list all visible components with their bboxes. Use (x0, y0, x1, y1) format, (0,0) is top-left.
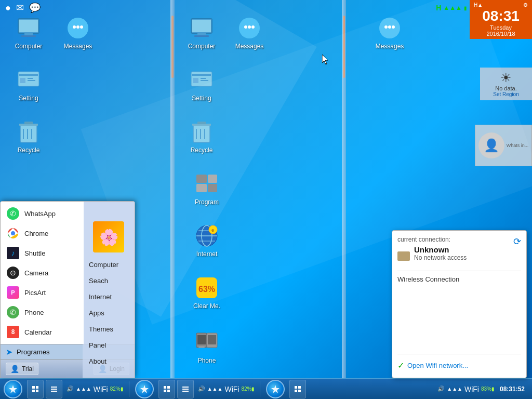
svg-rect-28 (192, 74, 211, 76)
svg-text:63%: 63% (198, 285, 215, 294)
picsart-label: PicsArt (24, 289, 46, 297)
svg-point-25 (248, 25, 251, 29)
tray-volume-2[interactable]: 🔊 (198, 385, 205, 392)
taskbar-item-1b[interactable] (46, 380, 62, 398)
svg-rect-64 (32, 386, 35, 389)
screen-divider-1 (170, 0, 175, 379)
start-menu-whatsapp[interactable]: ✆ WhatsApp (1, 204, 84, 223)
svg-point-58 (388, 25, 391, 29)
recycle-icon-s1[interactable]: Recycle (8, 119, 49, 154)
messages-img-s3 (377, 16, 402, 41)
computer-img-s2 (189, 16, 214, 41)
internet-icon-s2[interactable]: e Internet (186, 223, 228, 258)
start-button-3[interactable] (262, 379, 288, 400)
internet-img-s2: e (194, 223, 219, 248)
messages-label-s1: Messages (64, 43, 92, 50)
setting-label-s1: Setting (19, 95, 38, 102)
svg-rect-52 (197, 335, 206, 344)
whatsapp-top-icon: ● (5, 3, 11, 14)
trial-user-btn[interactable]: 👤 Trial (6, 363, 38, 375)
datetime-widget[interactable]: H▲ ⚙ 08:31 Tuesday 2016/10/18 (470, 0, 532, 39)
messages-img-s2 (237, 16, 262, 41)
taskbar-item-2a[interactable] (158, 380, 175, 398)
svg-rect-77 (182, 391, 189, 392)
computer-icon-s1[interactable]: Computer (8, 16, 49, 50)
messages-icon-s3[interactable]: Messages (369, 16, 410, 50)
phone-img-s2 (194, 330, 219, 355)
recycle-label-s2: Recycle (191, 147, 213, 154)
messages-label-s3: Messages (376, 43, 404, 50)
tray-wifi-3[interactable]: WiFi (464, 385, 479, 393)
weather-set-region[interactable]: Set Region (483, 91, 529, 97)
program-img-s2 (194, 171, 219, 196)
taskbar-item-3a[interactable] (289, 380, 306, 398)
taskbar-divider-2 (260, 381, 260, 397)
taskbar-item-1a[interactable] (27, 380, 44, 398)
calendar-menu-icon: 8 (7, 326, 19, 338)
clearme-label-s2: Clear Me. (193, 302, 220, 310)
start-menu-phone[interactable]: ✆ Phone (1, 302, 84, 322)
start-menu-calendar[interactable]: 8 Calendar (1, 322, 84, 342)
svg-rect-30 (201, 78, 206, 79)
svg-rect-66 (32, 390, 35, 392)
phone-menu-icon: ✆ (7, 306, 19, 318)
recycle-icon-s2[interactable]: Recycle (181, 119, 222, 154)
start-button-1[interactable] (0, 379, 26, 400)
svg-point-26 (251, 25, 255, 29)
signal-bars: ▲▲▲ (443, 4, 462, 11)
svg-rect-40 (196, 184, 207, 192)
email-top-icon: ✉ (16, 2, 24, 14)
weather-widget[interactable]: ☀ No data. Set Region (480, 68, 532, 100)
svg-rect-12 (28, 80, 35, 81)
computer-label-s1: Computer (15, 43, 43, 50)
computer-icon-s2[interactable]: Computer (181, 16, 222, 50)
tray-wifi-2[interactable]: WiFi (224, 385, 239, 393)
svg-point-57 (384, 25, 388, 29)
tray-volume-3[interactable]: 🔊 (437, 385, 445, 392)
trial-label: Trial (22, 365, 34, 373)
chrome-label: Chrome (24, 230, 48, 237)
taskbar-section-1 (0, 379, 63, 399)
wifi-refresh-button[interactable]: ⟳ (513, 236, 521, 247)
tray-volume-1[interactable]: 🔊 (66, 385, 74, 392)
svg-rect-65 (36, 386, 38, 389)
svg-rect-21 (197, 33, 206, 35)
svg-rect-32 (193, 125, 210, 142)
wifi-open-button[interactable]: ✓ Open Wifi network... (397, 358, 521, 373)
clearme-icon-s2[interactable]: 63% Clear Me. (186, 275, 228, 310)
messages-icon-s2[interactable]: Messages (229, 16, 270, 50)
top-notification-bar: ● ✉ 💬 (0, 0, 470, 16)
start-menu-shuttle[interactable]: ♪ Shuttle (1, 243, 84, 263)
setting-icon-s1[interactable]: Setting (8, 68, 49, 102)
svg-point-62 (11, 231, 15, 235)
messages-label-s2: Messages (235, 43, 264, 50)
tray-battery-1: 82%▮ (110, 386, 124, 392)
weather-icon: ☀ (483, 71, 529, 85)
start-menu-picsart[interactable]: P PicsArt (1, 283, 84, 302)
svg-rect-72 (167, 386, 170, 389)
svg-rect-70 (51, 391, 57, 392)
phone-icon-s2[interactable]: Phone (186, 330, 228, 364)
svg-rect-20 (192, 20, 211, 32)
phone-label: Phone (24, 309, 44, 316)
svg-rect-76 (182, 389, 189, 390)
tray-wifi-1[interactable]: WiFi (94, 385, 108, 393)
wifi-network-name: Unknown (414, 245, 467, 254)
status-bar-right: H ▲▲▲ ▮ (407, 0, 470, 16)
svg-rect-2 (24, 33, 33, 35)
start-menu-chrome[interactable]: Chrome (1, 223, 84, 243)
svg-rect-53 (198, 347, 205, 348)
start-menu-about[interactable]: About (83, 353, 135, 369)
start-button-2[interactable] (131, 379, 157, 400)
start-menu-camera[interactable]: ⊙ Camera (1, 263, 84, 283)
taskbar-item-2b[interactable] (177, 380, 194, 398)
setting-icon-s2[interactable]: Setting (181, 68, 222, 102)
taskbar: 🔊 ▲▲▲ WiFi 82%▮ 🔊 (0, 378, 532, 399)
svg-rect-55 (208, 335, 216, 344)
wifi-networks-list (397, 287, 521, 350)
user-icon: 👤 (10, 365, 19, 373)
program-icon-s2[interactable]: Program (186, 171, 228, 206)
svg-rect-69 (51, 389, 57, 390)
svg-point-7 (80, 25, 83, 29)
messages-icon-s1[interactable]: Messages (57, 16, 99, 50)
